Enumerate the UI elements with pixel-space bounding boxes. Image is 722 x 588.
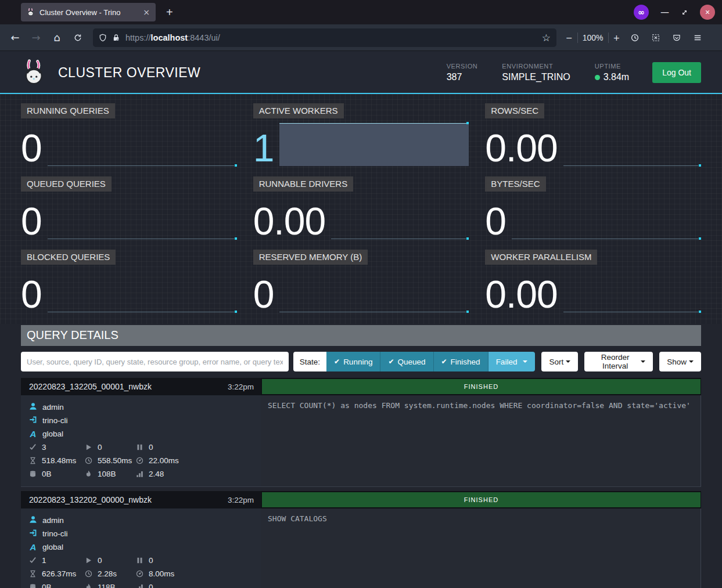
environment-block: ENVIRONMENT SIMPLE_TRINO: [502, 63, 570, 82]
logout-button[interactable]: Log Out: [652, 62, 701, 83]
bookmark-star-icon[interactable]: ☆: [542, 32, 551, 44]
environment-value: SIMPLE_TRINO: [502, 72, 570, 82]
zoom-in-button[interactable]: +: [613, 33, 620, 42]
chevron-down-icon: [523, 360, 527, 363]
chevron-down-icon: [566, 360, 570, 363]
sparkline: [279, 123, 469, 166]
cumulative-memory-icon: [85, 470, 92, 478]
stat-runnable-drivers: RUNNABLE DRIVERS 0.00: [253, 176, 469, 239]
check-icon: ✔: [441, 358, 447, 366]
stat-rows-sec: ROWS/SEC 0.00: [485, 103, 701, 166]
completed-splits: 3: [42, 443, 46, 452]
stat-value: 0.00: [485, 277, 557, 312]
state-filter-failed-dropdown[interactable]: Failed: [488, 352, 536, 371]
stat-value: 1: [253, 131, 274, 166]
trino-logo: [21, 59, 48, 86]
running-splits-icon: [85, 443, 92, 451]
sparkline: [563, 269, 701, 312]
query-row: 20220823_132205_00001_nwbzk 3:22pm FINIS…: [21, 378, 701, 487]
home-button[interactable]: ⌂: [48, 28, 66, 47]
tab-close-icon[interactable]: ×: [143, 8, 150, 17]
window-restore-button[interactable]: [681, 9, 688, 16]
sparkline: [48, 196, 237, 239]
cpu-time-icon: [136, 457, 143, 464]
sparkline: [48, 269, 237, 312]
cpu-time: 8.00ms: [149, 569, 174, 578]
environment-label: ENVIRONMENT: [502, 63, 570, 70]
tracking-shield-icon[interactable]: [99, 34, 107, 42]
reorder-interval-dropdown[interactable]: Reorder Interval: [584, 352, 653, 371]
zoom-out-button[interactable]: −: [566, 33, 573, 42]
query-id-link[interactable]: 20220823_132205_00001_nwbzk: [29, 382, 228, 391]
query-details-header: QUERY DETAILS: [21, 325, 701, 346]
state-filter-label: State:: [293, 352, 326, 371]
current-memory: 0B: [42, 470, 52, 478]
state-filter-group: State: ✔ Running ✔ Queued ✔ Finished Fai…: [293, 352, 536, 371]
cpu-time-icon: [136, 570, 143, 578]
parallelism-icon: [136, 583, 143, 588]
running-splits-icon: [85, 557, 92, 564]
stat-label: RUNNING QUERIES: [21, 103, 115, 118]
query-resource-group: global: [42, 430, 63, 438]
show-dropdown[interactable]: Show: [659, 352, 701, 371]
lock-warning-icon[interactable]: [112, 34, 120, 42]
query-source: trino-cli: [42, 416, 68, 425]
url-bar[interactable]: https://localhost:8443/ui/ ☆: [93, 28, 556, 47]
uptime-value: 3.84m: [604, 72, 629, 82]
wall-time-icon: [29, 570, 37, 578]
cpu-time: 22.00ms: [149, 456, 179, 465]
page-title: CLUSTER OVERVIEW: [58, 65, 447, 81]
menu-hamburger-icon[interactable]: [688, 28, 707, 47]
zoom-level[interactable]: 100%: [583, 33, 604, 42]
completed-splits-icon: [29, 443, 37, 451]
pocket-icon[interactable]: [667, 28, 686, 47]
chevron-down-icon: [641, 360, 645, 363]
stat-label: ROWS/SEC: [485, 103, 544, 118]
parallelism: 0: [149, 583, 153, 588]
query-search-input[interactable]: [21, 352, 289, 371]
resource-group-icon: A: [29, 542, 37, 552]
completed-splits: 1: [42, 556, 46, 565]
trino-favicon-icon: [27, 8, 35, 16]
version-block: VERSION 387: [447, 63, 478, 82]
forward-button[interactable]: →: [27, 28, 45, 47]
new-tab-button[interactable]: +: [166, 6, 173, 19]
stat-blocked-queries: BLOCKED QUERIES 0: [21, 250, 237, 312]
history-clock-icon[interactable]: [626, 28, 644, 47]
uptime-status-dot: [595, 75, 600, 80]
back-button[interactable]: ←: [6, 28, 24, 47]
query-resource-group: global: [42, 543, 63, 551]
screenshot-icon[interactable]: [646, 28, 665, 47]
stat-worker-parallelism: WORKER PARALLELISM 0.00: [485, 250, 701, 312]
browser-tab[interactable]: Cluster Overview - Trino ×: [21, 3, 156, 21]
queued-splits-icon: [136, 557, 143, 564]
stat-value: 0: [21, 131, 42, 166]
current-memory-icon: [29, 583, 37, 588]
state-filter-finished[interactable]: ✔ Finished: [434, 352, 488, 371]
elapsed-time: 2.28s: [98, 569, 117, 578]
window-minimize-button[interactable]: —: [660, 7, 669, 17]
wall-time-icon: [29, 457, 37, 464]
url-text[interactable]: https://localhost:8443/ui/: [125, 33, 537, 42]
query-sql-text: SHOW CATALOGS: [261, 508, 701, 588]
stat-label: BLOCKED QUERIES: [21, 250, 116, 265]
state-filter-running[interactable]: ✔ Running: [326, 352, 380, 371]
elapsed-time-icon: [85, 570, 92, 578]
reload-button[interactable]: [69, 28, 87, 47]
app-header: CLUSTER OVERVIEW VERSION 387 ENVIRONMENT…: [0, 51, 722, 94]
window-close-button[interactable]: ×: [700, 5, 715, 20]
state-filter-queued[interactable]: ✔ Queued: [380, 352, 433, 371]
sort-dropdown[interactable]: Sort: [541, 352, 578, 371]
uptime-block: UPTIME 3.84m: [595, 63, 629, 82]
query-status-badge: FINISHED: [262, 492, 701, 507]
private-browsing-icon: ∞: [634, 5, 649, 20]
version-label: VERSION: [447, 63, 478, 70]
current-memory: 0B: [42, 583, 52, 588]
sparkline: [331, 196, 469, 239]
parallelism: 2.48: [149, 470, 164, 478]
check-icon: ✔: [334, 358, 340, 366]
query-id-link[interactable]: 20220823_132202_00000_nwbzk: [29, 495, 228, 504]
query-source: trino-cli: [42, 529, 68, 538]
cluster-stats-grid: RUNNING QUERIES 0 ACTIVE WORKERS 1 ROWS/…: [0, 94, 722, 324]
source-icon: [29, 529, 37, 539]
